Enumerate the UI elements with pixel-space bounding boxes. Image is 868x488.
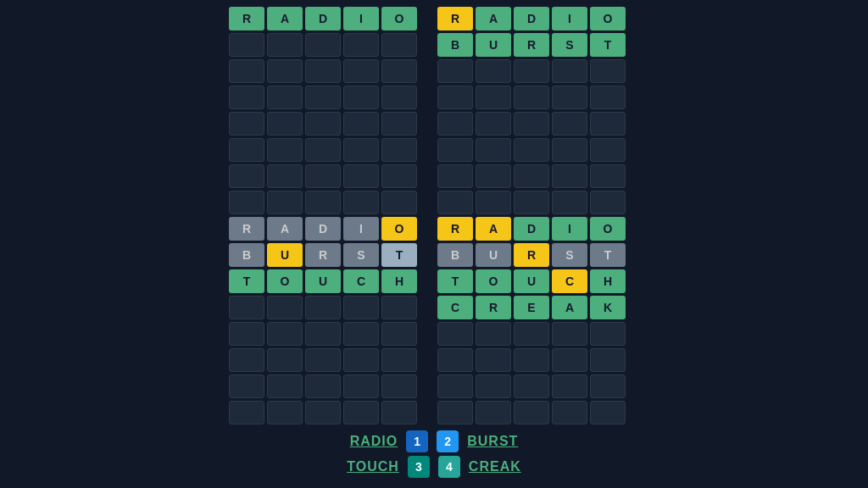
- grid-cell: I: [343, 7, 379, 30]
- grid-cell: [229, 59, 264, 83]
- grid-cell: [476, 322, 511, 346]
- legend-word-right[interactable]: BURST: [467, 434, 518, 449]
- grid-row: BURST: [437, 243, 639, 267]
- grid-row: [437, 348, 639, 372]
- grid-row: BURST: [229, 243, 431, 267]
- panel-right: RADIOBURSTRADIOBURSTTOUCHCREAK: [437, 7, 639, 430]
- grid-cell: [305, 59, 341, 83]
- grid-cell: I: [343, 217, 379, 241]
- grid-cell: A: [267, 7, 303, 30]
- grid-cell: U: [514, 269, 549, 293]
- grid-row: [437, 59, 639, 83]
- grid-cell: I: [552, 217, 587, 241]
- grid-cell: I: [552, 7, 587, 30]
- grid-cell: [514, 374, 549, 398]
- legend-word-right[interactable]: CREAK: [469, 459, 521, 474]
- grid-cell: [590, 86, 626, 109]
- grid-cell: [590, 191, 626, 214]
- grid-cell: D: [514, 217, 549, 241]
- grid-cell: [305, 296, 341, 319]
- legend-word-left[interactable]: RADIO: [350, 434, 398, 449]
- grid-cell: [514, 112, 549, 136]
- grid-cell: [552, 59, 587, 83]
- grid-cell: H: [590, 269, 626, 293]
- grid-cell: [590, 374, 626, 398]
- grid-cell: [476, 86, 511, 109]
- grid-cell: [381, 164, 417, 188]
- grid-cell: [305, 112, 341, 136]
- grid-row: [437, 374, 639, 398]
- grid-cell: [267, 348, 303, 372]
- grid-cell: [381, 401, 417, 424]
- grid-cell: [476, 59, 511, 83]
- grid-cell: [514, 348, 549, 372]
- grid-cell: [343, 296, 379, 319]
- grid-cell: [381, 112, 417, 136]
- grid-cell: [437, 86, 473, 109]
- grid-cell: [552, 164, 587, 188]
- grid-cell: A: [267, 217, 303, 241]
- grid-cell: D: [305, 7, 341, 30]
- grid-cell: [267, 374, 303, 398]
- grid-cell: [381, 296, 417, 319]
- grid-cell: [229, 348, 264, 372]
- grid-cell: [437, 112, 473, 136]
- grid-cell: R: [229, 217, 264, 241]
- grid-cell: D: [514, 7, 549, 30]
- grid-cell: [381, 33, 417, 57]
- grid-cell: [267, 296, 303, 319]
- grid-cell: [514, 401, 549, 424]
- grid-row: [229, 164, 431, 188]
- grid-cell: [381, 322, 417, 346]
- grid-row: TOUCH: [437, 269, 639, 293]
- grid-cell: [381, 138, 417, 162]
- grid-cell: S: [343, 243, 379, 267]
- grid-cell: [590, 348, 626, 372]
- grid-cell: [381, 374, 417, 398]
- grid-cell: [437, 138, 473, 162]
- grid-cell: [381, 191, 417, 214]
- grid-row: [437, 401, 639, 424]
- legend-word-left[interactable]: TOUCH: [347, 459, 399, 474]
- legend-badge-1: 3: [408, 456, 430, 478]
- grid-cell: [229, 374, 264, 398]
- grid-row: RADIO: [229, 7, 431, 30]
- grid-cell: [590, 322, 626, 346]
- grid-cell: [305, 374, 341, 398]
- grid-cell: U: [476, 33, 511, 57]
- grid-cell: O: [267, 269, 303, 293]
- grid-cell: [343, 348, 379, 372]
- grid-row: RADIO: [229, 217, 431, 241]
- grid-cell: [343, 59, 379, 83]
- grid-cell: [343, 322, 379, 346]
- grid-cell: A: [552, 296, 587, 319]
- grid-cell: [267, 112, 303, 136]
- grid-cell: T: [590, 33, 626, 57]
- grid-cell: C: [343, 269, 379, 293]
- grid-cell: [437, 374, 473, 398]
- grid-cell: T: [229, 269, 264, 293]
- grid-cell: [514, 86, 549, 109]
- grid-cell: O: [381, 217, 417, 241]
- grid-row: [437, 191, 639, 214]
- grid-cell: [229, 86, 264, 109]
- legend: RADIO12BURSTTOUCH34CREAK: [347, 430, 520, 488]
- grid-cell: H: [381, 269, 417, 293]
- grid-row: BURST: [437, 33, 639, 57]
- grid-cell: O: [590, 7, 626, 30]
- grid-cell: B: [437, 33, 473, 57]
- grid-cell: E: [514, 296, 549, 319]
- grid-cell: [476, 191, 511, 214]
- grid-cell: [437, 191, 473, 214]
- grid-row: CREAK: [437, 296, 639, 319]
- grid-cell: R: [514, 33, 549, 57]
- grid-cell: [381, 348, 417, 372]
- grid-cell: [590, 59, 626, 83]
- grid-cell: [267, 191, 303, 214]
- grid-cell: [229, 164, 264, 188]
- grid-row: [229, 191, 431, 214]
- legend-row: RADIO12BURST: [350, 430, 519, 452]
- grid-cell: [437, 164, 473, 188]
- grid-cell: [229, 191, 264, 214]
- grid-cell: [476, 138, 511, 162]
